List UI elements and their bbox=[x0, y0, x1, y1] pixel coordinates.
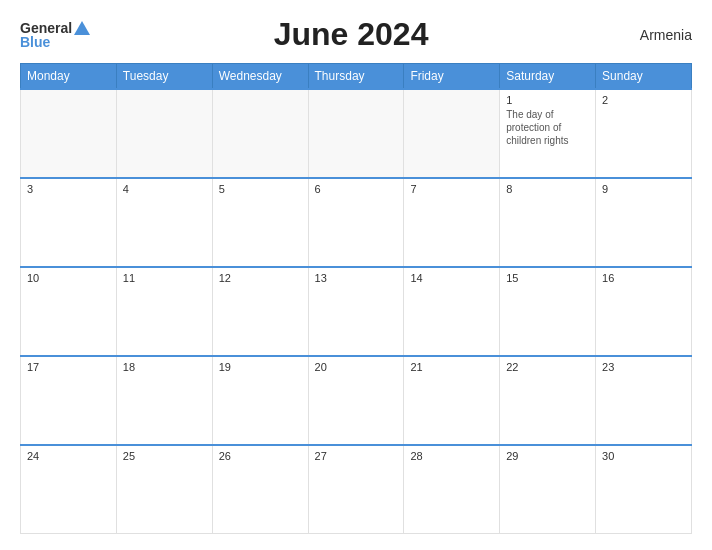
day-number: 9 bbox=[602, 183, 685, 195]
calendar-cell: 17 bbox=[21, 356, 117, 445]
calendar-cell: 22 bbox=[500, 356, 596, 445]
country-label: Armenia bbox=[612, 27, 692, 43]
day-number: 24 bbox=[27, 450, 110, 462]
calendar-week-row: 10111213141516 bbox=[21, 267, 692, 356]
day-number: 6 bbox=[315, 183, 398, 195]
day-number: 25 bbox=[123, 450, 206, 462]
day-number: 29 bbox=[506, 450, 589, 462]
calendar-cell: 6 bbox=[308, 178, 404, 267]
calendar-cell: 19 bbox=[212, 356, 308, 445]
calendar-title: June 2024 bbox=[90, 16, 612, 53]
logo-triangle-icon bbox=[74, 21, 90, 35]
calendar-week-row: 1The day of protection of children right… bbox=[21, 89, 692, 178]
calendar-cell: 28 bbox=[404, 445, 500, 534]
calendar-event: The day of protection of children rights bbox=[506, 108, 589, 147]
calendar-cell: 10 bbox=[21, 267, 117, 356]
calendar-cell: 7 bbox=[404, 178, 500, 267]
calendar-cell: 25 bbox=[116, 445, 212, 534]
day-number: 2 bbox=[602, 94, 685, 106]
day-number: 11 bbox=[123, 272, 206, 284]
day-number: 18 bbox=[123, 361, 206, 373]
day-number: 13 bbox=[315, 272, 398, 284]
day-number: 4 bbox=[123, 183, 206, 195]
calendar-cell bbox=[21, 89, 117, 178]
day-number: 10 bbox=[27, 272, 110, 284]
col-wednesday: Wednesday bbox=[212, 64, 308, 90]
day-number: 27 bbox=[315, 450, 398, 462]
calendar-cell bbox=[308, 89, 404, 178]
day-number: 1 bbox=[506, 94, 589, 106]
calendar-cell: 11 bbox=[116, 267, 212, 356]
day-number: 3 bbox=[27, 183, 110, 195]
day-number: 19 bbox=[219, 361, 302, 373]
calendar-cell bbox=[212, 89, 308, 178]
page: General Blue June 2024 Armenia Monday Tu… bbox=[0, 0, 712, 550]
calendar-cell: 2 bbox=[596, 89, 692, 178]
calendar-cell: 3 bbox=[21, 178, 117, 267]
calendar-cell: 27 bbox=[308, 445, 404, 534]
day-number: 5 bbox=[219, 183, 302, 195]
calendar-cell: 21 bbox=[404, 356, 500, 445]
day-number: 7 bbox=[410, 183, 493, 195]
calendar-cell: 30 bbox=[596, 445, 692, 534]
day-number: 14 bbox=[410, 272, 493, 284]
calendar-cell: 4 bbox=[116, 178, 212, 267]
day-number: 22 bbox=[506, 361, 589, 373]
calendar-cell: 14 bbox=[404, 267, 500, 356]
day-number: 21 bbox=[410, 361, 493, 373]
day-number: 20 bbox=[315, 361, 398, 373]
calendar-table: Monday Tuesday Wednesday Thursday Friday… bbox=[20, 63, 692, 534]
day-number: 30 bbox=[602, 450, 685, 462]
calendar-cell: 18 bbox=[116, 356, 212, 445]
header: General Blue June 2024 Armenia bbox=[20, 16, 692, 53]
calendar-cell: 20 bbox=[308, 356, 404, 445]
calendar-cell: 26 bbox=[212, 445, 308, 534]
calendar-week-row: 24252627282930 bbox=[21, 445, 692, 534]
calendar-cell: 29 bbox=[500, 445, 596, 534]
day-number: 17 bbox=[27, 361, 110, 373]
calendar-cell: 5 bbox=[212, 178, 308, 267]
day-number: 12 bbox=[219, 272, 302, 284]
day-number: 16 bbox=[602, 272, 685, 284]
calendar-week-row: 17181920212223 bbox=[21, 356, 692, 445]
col-saturday: Saturday bbox=[500, 64, 596, 90]
calendar-cell: 9 bbox=[596, 178, 692, 267]
logo-blue-text: Blue bbox=[20, 34, 50, 50]
calendar-week-row: 3456789 bbox=[21, 178, 692, 267]
day-number: 15 bbox=[506, 272, 589, 284]
day-number: 23 bbox=[602, 361, 685, 373]
calendar-cell: 13 bbox=[308, 267, 404, 356]
col-monday: Monday bbox=[21, 64, 117, 90]
calendar-cell bbox=[404, 89, 500, 178]
calendar-cell: 23 bbox=[596, 356, 692, 445]
col-tuesday: Tuesday bbox=[116, 64, 212, 90]
calendar-cell: 16 bbox=[596, 267, 692, 356]
calendar-cell: 8 bbox=[500, 178, 596, 267]
calendar-cell bbox=[116, 89, 212, 178]
calendar-cell: 1The day of protection of children right… bbox=[500, 89, 596, 178]
col-friday: Friday bbox=[404, 64, 500, 90]
calendar-header-row: Monday Tuesday Wednesday Thursday Friday… bbox=[21, 64, 692, 90]
calendar-cell: 15 bbox=[500, 267, 596, 356]
day-number: 8 bbox=[506, 183, 589, 195]
calendar-cell: 24 bbox=[21, 445, 117, 534]
calendar-cell: 12 bbox=[212, 267, 308, 356]
day-number: 26 bbox=[219, 450, 302, 462]
logo: General Blue bbox=[20, 20, 90, 50]
col-thursday: Thursday bbox=[308, 64, 404, 90]
day-number: 28 bbox=[410, 450, 493, 462]
col-sunday: Sunday bbox=[596, 64, 692, 90]
